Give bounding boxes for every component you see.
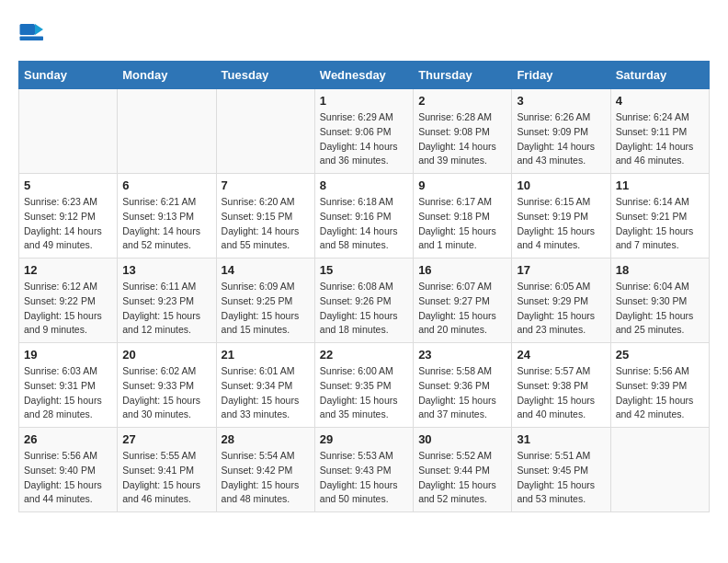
weekday-row: SundayMondayTuesdayWednesdayThursdayFrid…: [19, 62, 710, 89]
calendar-day: 31 Sunrise: 5:51 AMSunset: 9:45 PMDaylig…: [512, 428, 610, 512]
calendar-day: 3 Sunrise: 6:26 AMSunset: 9:09 PMDayligh…: [512, 89, 610, 174]
calendar-week: 19 Sunrise: 6:03 AMSunset: 9:31 PMDaylig…: [19, 343, 710, 428]
calendar-day: 20 Sunrise: 6:02 AMSunset: 9:33 PMDaylig…: [118, 343, 216, 428]
day-info: Sunrise: 6:17 AMSunset: 9:18 PMDaylight:…: [418, 195, 506, 253]
calendar-day: 12 Sunrise: 6:12 AMSunset: 9:22 PMDaylig…: [19, 259, 118, 343]
day-number: 24: [517, 348, 605, 362]
svg-rect-0: [20, 24, 36, 35]
day-number: 2: [418, 94, 506, 108]
day-number: 3: [517, 94, 605, 108]
day-info: Sunrise: 5:55 AMSunset: 9:41 PMDaylight:…: [122, 449, 210, 507]
weekday-header: Saturday: [610, 62, 709, 89]
calendar-day: 28 Sunrise: 5:54 AMSunset: 9:42 PMDaylig…: [216, 428, 314, 512]
calendar-header: SundayMondayTuesdayWednesdayThursdayFrid…: [19, 62, 710, 89]
calendar-day: 24 Sunrise: 5:57 AMSunset: 9:38 PMDaylig…: [512, 343, 610, 428]
calendar-day: 6 Sunrise: 6:21 AMSunset: 9:13 PMDayligh…: [118, 174, 216, 259]
day-info: Sunrise: 5:56 AMSunset: 9:39 PMDaylight:…: [616, 364, 704, 422]
calendar-day: 5 Sunrise: 6:23 AMSunset: 9:12 PMDayligh…: [19, 174, 118, 259]
calendar-day: 7 Sunrise: 6:20 AMSunset: 9:15 PMDayligh…: [216, 174, 314, 259]
day-number: 26: [24, 432, 112, 446]
day-number: 4: [616, 94, 704, 108]
day-number: 30: [418, 432, 506, 446]
day-number: 19: [24, 348, 112, 362]
day-number: 11: [616, 178, 704, 192]
day-number: 28: [222, 432, 310, 446]
calendar-day: 11 Sunrise: 6:14 AMSunset: 9:21 PMDaylig…: [610, 174, 709, 259]
calendar-body: 1 Sunrise: 6:29 AMSunset: 9:06 PMDayligh…: [19, 89, 710, 512]
calendar-day: 22 Sunrise: 6:00 AMSunset: 9:35 PMDaylig…: [314, 343, 413, 428]
calendar-day: 2 Sunrise: 6:28 AMSunset: 9:08 PMDayligh…: [414, 89, 512, 174]
day-info: Sunrise: 5:53 AMSunset: 9:43 PMDaylight:…: [320, 449, 408, 507]
day-info: Sunrise: 6:02 AMSunset: 9:33 PMDaylight:…: [122, 364, 210, 422]
calendar-week: 12 Sunrise: 6:12 AMSunset: 9:22 PMDaylig…: [19, 259, 710, 343]
day-number: 21: [222, 348, 310, 362]
logo: [18, 18, 50, 46]
day-number: 29: [320, 432, 408, 446]
weekday-header: Wednesday: [314, 62, 413, 89]
day-info: Sunrise: 6:08 AMSunset: 9:26 PMDaylight:…: [320, 280, 408, 338]
day-info: Sunrise: 6:24 AMSunset: 9:11 PMDaylight:…: [616, 110, 704, 168]
day-number: 25: [616, 348, 704, 362]
day-number: 9: [418, 178, 506, 192]
day-info: Sunrise: 5:57 AMSunset: 9:38 PMDaylight:…: [517, 364, 605, 422]
calendar-day: [19, 89, 118, 174]
day-info: Sunrise: 6:05 AMSunset: 9:29 PMDaylight:…: [517, 280, 605, 338]
weekday-header: Thursday: [414, 62, 512, 89]
calendar-day: 26 Sunrise: 5:56 AMSunset: 9:40 PMDaylig…: [19, 428, 118, 512]
day-info: Sunrise: 6:04 AMSunset: 9:30 PMDaylight:…: [616, 280, 704, 338]
day-number: 20: [122, 348, 210, 362]
calendar-day: 18 Sunrise: 6:04 AMSunset: 9:30 PMDaylig…: [610, 259, 709, 343]
weekday-header: Sunday: [19, 62, 118, 89]
day-info: Sunrise: 6:12 AMSunset: 9:22 PMDaylight:…: [24, 280, 112, 338]
calendar-day: 23 Sunrise: 5:58 AMSunset: 9:36 PMDaylig…: [414, 343, 512, 428]
weekday-header: Friday: [512, 62, 610, 89]
day-info: Sunrise: 6:09 AMSunset: 9:25 PMDaylight:…: [222, 280, 310, 338]
day-info: Sunrise: 6:01 AMSunset: 9:34 PMDaylight:…: [222, 364, 310, 422]
logo-icon: [18, 18, 46, 46]
calendar-day: 30 Sunrise: 5:52 AMSunset: 9:44 PMDaylig…: [414, 428, 512, 512]
calendar-day: 1 Sunrise: 6:29 AMSunset: 9:06 PMDayligh…: [314, 89, 413, 174]
day-number: 14: [222, 263, 310, 277]
day-number: 23: [418, 348, 506, 362]
calendar-day: 4 Sunrise: 6:24 AMSunset: 9:11 PMDayligh…: [610, 89, 709, 174]
calendar-day: 17 Sunrise: 6:05 AMSunset: 9:29 PMDaylig…: [512, 259, 610, 343]
calendar-day: [610, 428, 709, 512]
day-info: Sunrise: 6:03 AMSunset: 9:31 PMDaylight:…: [24, 364, 112, 422]
svg-rect-2: [20, 37, 44, 41]
day-number: 5: [24, 178, 112, 192]
calendar-day: 14 Sunrise: 6:09 AMSunset: 9:25 PMDaylig…: [216, 259, 314, 343]
day-number: 1: [320, 94, 408, 108]
calendar-week: 1 Sunrise: 6:29 AMSunset: 9:06 PMDayligh…: [19, 89, 710, 174]
calendar-day: 21 Sunrise: 6:01 AMSunset: 9:34 PMDaylig…: [216, 343, 314, 428]
day-info: Sunrise: 5:58 AMSunset: 9:36 PMDaylight:…: [418, 364, 506, 422]
calendar-day: 9 Sunrise: 6:17 AMSunset: 9:18 PMDayligh…: [414, 174, 512, 259]
day-info: Sunrise: 6:28 AMSunset: 9:08 PMDaylight:…: [418, 110, 506, 168]
day-number: 17: [517, 263, 605, 277]
day-info: Sunrise: 6:00 AMSunset: 9:35 PMDaylight:…: [320, 364, 408, 422]
calendar-day: [216, 89, 314, 174]
day-info: Sunrise: 6:20 AMSunset: 9:15 PMDaylight:…: [222, 195, 310, 253]
day-info: Sunrise: 6:23 AMSunset: 9:12 PMDaylight:…: [24, 195, 112, 253]
calendar-day: 13 Sunrise: 6:11 AMSunset: 9:23 PMDaylig…: [118, 259, 216, 343]
calendar-day: [118, 89, 216, 174]
day-number: 12: [24, 263, 112, 277]
day-number: 31: [517, 432, 605, 446]
calendar-day: 27 Sunrise: 5:55 AMSunset: 9:41 PMDaylig…: [118, 428, 216, 512]
day-info: Sunrise: 6:14 AMSunset: 9:21 PMDaylight:…: [616, 195, 704, 253]
calendar-week: 5 Sunrise: 6:23 AMSunset: 9:12 PMDayligh…: [19, 174, 710, 259]
day-info: Sunrise: 5:56 AMSunset: 9:40 PMDaylight:…: [24, 449, 112, 507]
day-info: Sunrise: 6:21 AMSunset: 9:13 PMDaylight:…: [122, 195, 210, 253]
day-number: 16: [418, 263, 506, 277]
calendar-day: 25 Sunrise: 5:56 AMSunset: 9:39 PMDaylig…: [610, 343, 709, 428]
day-info: Sunrise: 5:52 AMSunset: 9:44 PMDaylight:…: [418, 449, 506, 507]
calendar-day: 8 Sunrise: 6:18 AMSunset: 9:16 PMDayligh…: [314, 174, 413, 259]
day-number: 18: [616, 263, 704, 277]
day-info: Sunrise: 6:15 AMSunset: 9:19 PMDaylight:…: [517, 195, 605, 253]
svg-marker-1: [35, 24, 43, 35]
day-info: Sunrise: 6:07 AMSunset: 9:27 PMDaylight:…: [418, 280, 506, 338]
day-number: 13: [122, 263, 210, 277]
calendar-week: 26 Sunrise: 5:56 AMSunset: 9:40 PMDaylig…: [19, 428, 710, 512]
day-info: Sunrise: 5:54 AMSunset: 9:42 PMDaylight:…: [222, 449, 310, 507]
day-number: 22: [320, 348, 408, 362]
calendar-day: 29 Sunrise: 5:53 AMSunset: 9:43 PMDaylig…: [314, 428, 413, 512]
